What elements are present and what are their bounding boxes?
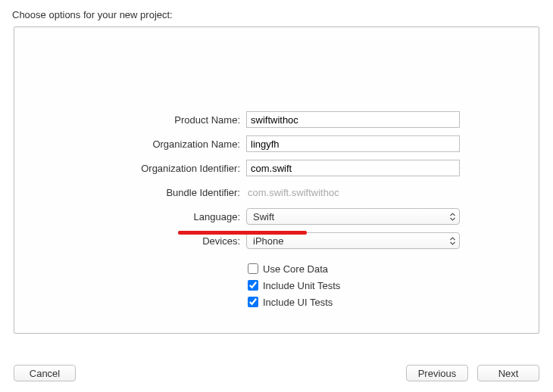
devices-select[interactable]: iPhone xyxy=(246,232,460,249)
page-title: Choose options for your new project: xyxy=(0,0,553,26)
product-name-label: Product Name: xyxy=(14,114,246,126)
cancel-button[interactable]: Cancel xyxy=(14,365,76,381)
include-unit-tests-label: Include Unit Tests xyxy=(263,280,340,291)
organization-identifier-label: Organization Identifier: xyxy=(14,163,246,174)
language-label: Language: xyxy=(14,211,246,222)
organization-name-input[interactable] xyxy=(246,135,460,152)
include-unit-tests-checkbox[interactable] xyxy=(248,280,258,291)
annotation-underline xyxy=(178,231,307,235)
organization-identifier-input[interactable] xyxy=(246,160,460,176)
button-bar: Cancel Previous Next xyxy=(14,365,539,381)
include-ui-tests-label: Include UI Tests xyxy=(263,297,333,308)
product-name-input[interactable] xyxy=(246,111,460,128)
bundle-identifier-label: Bundle Identifier: xyxy=(14,187,246,198)
project-form: Product Name: Organization Name: Organiz… xyxy=(14,110,539,310)
chevron-updown-icon xyxy=(450,233,455,248)
use-core-data-checkbox[interactable] xyxy=(248,263,258,274)
options-panel: Product Name: Organization Name: Organiz… xyxy=(14,26,539,334)
organization-name-label: Organization Name: xyxy=(14,138,246,150)
include-ui-tests-checkbox[interactable] xyxy=(248,297,258,307)
use-core-data-label: Use Core Data xyxy=(263,263,328,275)
chevron-updown-icon xyxy=(450,209,455,224)
language-select[interactable]: Swift xyxy=(246,208,460,225)
devices-select-value: iPhone xyxy=(253,235,283,247)
previous-button[interactable]: Previous xyxy=(406,365,468,381)
next-button[interactable]: Next xyxy=(477,365,539,381)
bundle-identifier-value: com.swift.swiftwithoc xyxy=(246,187,339,198)
language-select-value: Swift xyxy=(253,211,274,222)
devices-label: Devices: xyxy=(14,235,246,247)
